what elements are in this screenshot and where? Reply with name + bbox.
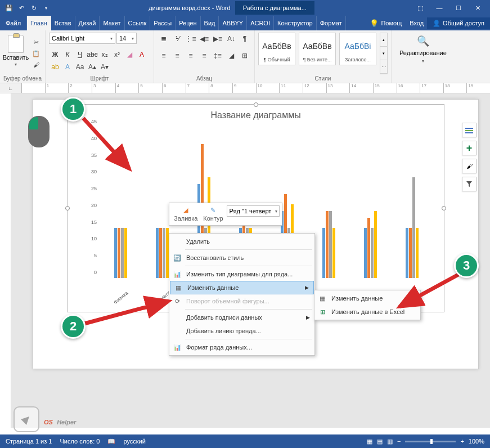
ctx-change-chart-type[interactable]: 📊Изменить тип диаграммы для ряда...	[169, 267, 314, 281]
strikethrough-button[interactable]: abc	[86, 48, 98, 61]
bold-button[interactable]: Ж	[49, 48, 61, 61]
text-effects-button[interactable]: A	[61, 61, 74, 73]
zoom-out-button[interactable]: −	[397, 438, 401, 445]
ctx-edit-data[interactable]: ▦Изменить данные▶	[170, 281, 314, 294]
chart-filters-icon[interactable]	[462, 177, 476, 191]
align-left-button[interactable]: ≡	[158, 50, 170, 62]
outline-button[interactable]: ✎Контур	[201, 205, 225, 223]
font-size-combo[interactable]: 14▾	[116, 33, 137, 44]
chart-styles-icon[interactable]: 🖌	[462, 159, 476, 173]
redo-icon[interactable]: ↻	[28, 2, 39, 14]
decrease-indent-button[interactable]: ◀≡	[198, 33, 210, 45]
tab-file[interactable]: Файл	[0, 16, 27, 30]
tab-mailings[interactable]: Рассы	[150, 16, 176, 30]
qat-customize-icon[interactable]: ▾	[41, 2, 52, 14]
web-layout-icon[interactable]: ▥	[387, 438, 393, 445]
line-spacing-button[interactable]: ‡≡	[212, 50, 224, 62]
highlight-button[interactable]: ab	[49, 61, 61, 73]
clear-format-icon[interactable]: ◢	[123, 48, 136, 61]
tell-me[interactable]: 💡Помощ	[365, 19, 406, 28]
style-normal[interactable]: АаБбВв¶ Обычный	[258, 33, 295, 65]
tab-acrobat[interactable]: ACROI	[247, 16, 274, 30]
chart-elements-icon[interactable]: +	[462, 141, 476, 155]
reset-icon: 🔄	[173, 253, 182, 262]
ctx-reset-style[interactable]: 🔄Восстановить стиль	[169, 251, 314, 265]
align-center-button[interactable]: ≡	[171, 50, 183, 62]
chart-type-icon: 📊	[173, 270, 182, 279]
find-button[interactable]: 🔍 Редактирование ▾	[395, 33, 451, 74]
maximize-icon[interactable]: ☐	[451, 2, 466, 14]
increase-indent-button[interactable]: ▶≡	[212, 33, 224, 45]
tab-design[interactable]: Дизай	[75, 16, 100, 30]
resize-handle[interactable]	[65, 206, 70, 210]
zoom-level[interactable]: 100%	[469, 438, 484, 445]
group-paragraph: ≣ ⅟ ⋮≡ ◀≡ ▶≡ A↓ ¶ ≡ ≡ ≡ ≡ ‡≡ ◢ ⊞ Абзац	[154, 30, 255, 83]
series-combo[interactable]: Ряд "1 четверт	[227, 205, 280, 217]
ctx-delete[interactable]: Удалить	[169, 235, 314, 248]
table-icon: ▦	[174, 283, 183, 292]
zoom-in-button[interactable]: +	[460, 438, 464, 445]
undo-icon[interactable]: ↶	[16, 2, 27, 14]
tab-chart-format[interactable]: Формат	[317, 16, 346, 30]
tab-references[interactable]: Ссылк	[125, 16, 151, 30]
sign-in[interactable]: Вход	[406, 16, 427, 30]
minimize-icon[interactable]: —	[431, 2, 447, 14]
italic-button[interactable]: К	[61, 48, 74, 61]
ctx-add-data-labels[interactable]: Добавить подписи данных▶	[169, 311, 314, 324]
font-family-combo[interactable]: Calibri Light▾	[49, 33, 115, 44]
language-indicator[interactable]: русский	[123, 438, 145, 445]
fill-button[interactable]: ◢Заливка	[172, 205, 200, 223]
tab-chart-design[interactable]: Конструктор	[274, 16, 317, 30]
share-button[interactable]: 👤Общий доступ	[427, 17, 490, 29]
close-icon[interactable]: ✕	[470, 2, 485, 14]
borders-button[interactable]: ⊞	[239, 50, 251, 62]
layout-options-icon[interactable]	[462, 123, 476, 137]
multilevel-button[interactable]: ⋮≡	[185, 33, 197, 45]
ribbon-options-icon[interactable]: ⬚	[412, 2, 428, 14]
paste-button[interactable]: Вставить ▾	[3, 33, 28, 74]
tab-abbyy[interactable]: ABBYY	[219, 16, 247, 30]
style-no-spacing[interactable]: АаБбВв¶ Без инте...	[299, 33, 336, 65]
ruler-vertical[interactable]	[0, 93, 11, 428]
font-color-button[interactable]: A	[136, 48, 148, 61]
spell-check-icon[interactable]: 📖	[107, 438, 115, 445]
tab-insert[interactable]: Встав	[51, 16, 75, 30]
resize-handle[interactable]	[442, 206, 446, 210]
subscript-button[interactable]: x₂	[98, 48, 111, 61]
read-mode-icon[interactable]: ▦	[367, 438, 372, 445]
ctx-format-series[interactable]: 📊Формат ряда данных...	[169, 341, 314, 354]
show-marks-button[interactable]: ¶	[239, 33, 251, 45]
underline-button[interactable]: Ч	[74, 48, 86, 61]
resize-handle[interactable]	[254, 102, 258, 107]
copy-icon[interactable]: 📋	[30, 48, 42, 59]
superscript-button[interactable]: x²	[111, 48, 123, 61]
format-painter-icon[interactable]: 🖌	[30, 60, 42, 70]
ribbon-tabs: Файл Главн Встав Дизай Макет Ссылк Рассы…	[0, 16, 490, 30]
justify-button[interactable]: ≡	[198, 50, 210, 62]
sort-button[interactable]: A↓	[225, 33, 237, 45]
cut-icon[interactable]: ✂	[30, 37, 42, 47]
ctx-add-trendline[interactable]: Добавить линию тренда...	[169, 324, 314, 338]
style-heading1[interactable]: АаБбВіЗаголово...	[339, 33, 376, 65]
bullets-button[interactable]: ≣	[158, 33, 170, 45]
align-right-button[interactable]: ≡	[185, 50, 197, 62]
zoom-slider[interactable]	[405, 441, 456, 442]
numbering-button[interactable]: ⅟	[171, 33, 183, 45]
tab-layout[interactable]: Макет	[100, 16, 124, 30]
tab-selector[interactable]: ∟	[0, 83, 21, 93]
chart-tools-tab[interactable]: Работа с диаграмма...	[235, 1, 314, 15]
shrink-font-button[interactable]: A▾	[98, 61, 111, 73]
grow-font-button[interactable]: A▴	[86, 61, 98, 73]
save-icon[interactable]: 💾	[3, 2, 15, 14]
shading-button[interactable]: ◢	[225, 50, 237, 62]
ruler-horizontal[interactable]: ∟ 12345678910111213141516171819	[0, 83, 490, 93]
tab-home[interactable]: Главн	[27, 16, 51, 30]
print-layout-icon[interactable]: ▤	[377, 438, 383, 445]
styles-scroll[interactable]: ▴▾⋯	[380, 33, 388, 74]
change-case-button[interactable]: Aa	[74, 61, 86, 73]
tab-review[interactable]: Рецен	[176, 16, 200, 30]
word-count[interactable]: Число слов: 0	[60, 438, 100, 445]
tab-view[interactable]: Вид	[201, 16, 219, 30]
clipboard-icon	[8, 35, 24, 53]
page-indicator[interactable]: Страница 1 из 1	[6, 438, 52, 445]
